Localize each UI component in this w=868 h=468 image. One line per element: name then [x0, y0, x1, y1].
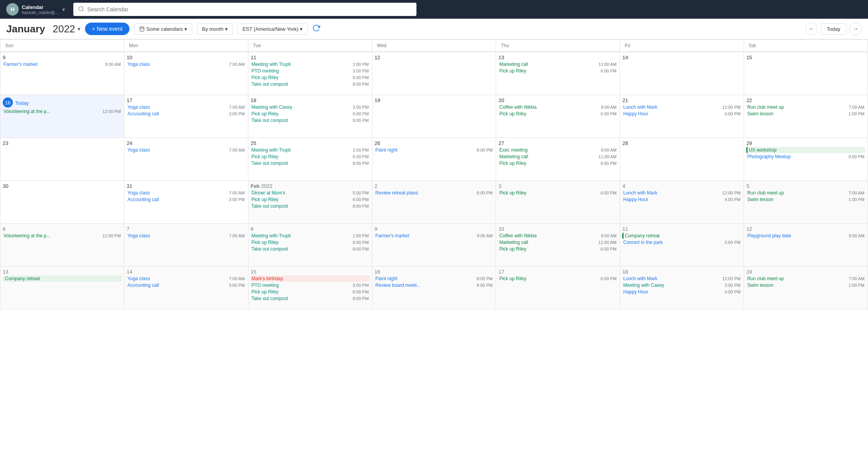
cal-cell[interactable]: 28 — [620, 138, 744, 181]
cal-cell[interactable]: 2Review retreat plans8:00 PM — [372, 181, 496, 224]
cal-cell[interactable]: 15 — [744, 52, 868, 95]
cal-cell[interactable]: 7Yoga class7:00 AM — [124, 224, 248, 267]
calendar-event[interactable]: Lunch with Mark12:00 PM — [622, 276, 741, 282]
cal-cell[interactable]: 9Farmer's market9:00 AM — [0, 52, 124, 95]
calendar-event[interactable]: Run club meet up7:00 AM — [746, 276, 865, 282]
cal-cell[interactable]: 18Lunch with Mark12:00 PMMeeting with Ca… — [620, 267, 744, 309]
cal-cell[interactable]: 5Run club meet up7:00 AMSwim lesson1:00 … — [744, 181, 868, 224]
cal-cell[interactable]: 19 — [372, 95, 496, 138]
next-month-button[interactable]: → — [849, 23, 862, 35]
cal-cell[interactable]: 17Yoga class7:00 AMAccounting call3:00 P… — [124, 95, 248, 138]
user-profile[interactable]: H Calendar hannah_martin@... ▾ — [6, 3, 69, 16]
cal-cell[interactable]: 10Yoga class7:00 AM — [124, 52, 248, 95]
calendar-event[interactable]: Dinner at Mom's5:00 PM — [251, 190, 370, 196]
calendar-event[interactable]: Exec meeting9:00 AM — [498, 147, 617, 153]
calendar-event[interactable]: Yoga class7:00 AM — [127, 233, 246, 239]
calendar-event[interactable]: Meeting with Trupti1:00 PM — [251, 147, 370, 153]
calendar-event[interactable]: Marketing call11:00 AM — [498, 61, 617, 67]
calendar-event[interactable]: Coffee with Nikkia9:00 AM — [498, 104, 617, 110]
calendar-event[interactable]: Meeting with Casey3:00 PM — [251, 104, 370, 110]
calendar-event[interactable]: Volunteering at the p...12:00 PM — [3, 108, 122, 115]
cal-cell[interactable]: 3Pick up Riley6:00 PM — [496, 181, 620, 224]
calendar-event[interactable]: Accounting call3:00 PM — [127, 111, 246, 117]
new-event-button[interactable]: + New event — [85, 23, 129, 35]
search-bar[interactable] — [73, 3, 416, 16]
calendar-event[interactable]: Farmer's market9:00 AM — [375, 233, 494, 239]
calendar-event[interactable]: Accounting call3:00 PM — [127, 196, 246, 203]
cal-cell[interactable]: 21Lunch with Mark12:00 PMHappy Hour4:00 … — [620, 95, 744, 138]
calendar-event[interactable]: Review retreat plans8:00 PM — [375, 190, 494, 196]
cal-cell[interactable]: 27Exec meeting9:00 AMMarketing call11:00… — [496, 138, 620, 181]
calendar-event[interactable]: Pick up Riley6:00 PM — [251, 154, 370, 160]
cal-cell[interactable]: 11Company retreatConcert in the park5:00… — [620, 224, 744, 267]
cal-cell[interactable]: 29UX workshopPhotography Meetup9:00 PM — [744, 138, 868, 181]
calendar-event[interactable]: Lunch with Mark12:00 PM — [622, 190, 741, 196]
calendar-event[interactable]: Company retreat — [3, 276, 122, 282]
some-calendars-button[interactable]: Some calendars ▾ — [134, 23, 192, 35]
cal-cell[interactable]: 14Yoga class7:00 AMAccounting call3:00 P… — [124, 267, 248, 309]
cal-cell[interactable]: 6Volunteering at the p...12:00 PM — [0, 224, 124, 267]
cal-cell[interactable]: 31Yoga class7:00 AMAccounting call3:00 P… — [124, 181, 248, 224]
calendar-event[interactable]: Swim lesson1:00 PM — [746, 282, 865, 288]
calendar-event[interactable]: Take out compost8:00 PM — [251, 160, 370, 166]
calendar-event[interactable]: Happy Hour4:00 PM — [622, 111, 741, 117]
calendar-event[interactable]: Happy Hour4:00 PM — [622, 196, 741, 203]
cal-cell[interactable]: 15Mark's birthdayPTO meeting3:00 PMPick … — [248, 267, 372, 309]
calendar-event[interactable]: Take out compost8:00 PM — [251, 117, 370, 124]
cal-cell[interactable]: 14 — [620, 52, 744, 95]
calendar-event[interactable]: Happy Hour4:00 PM — [622, 289, 741, 295]
calendar-event[interactable]: PTO meeting3:00 PM — [251, 282, 370, 288]
calendar-event[interactable]: Volunteering at the p...12:00 PM — [3, 233, 122, 239]
calendar-event[interactable]: Take out compost8:00 PM — [251, 203, 370, 209]
calendar-event[interactable]: Marketing call11:00 AM — [498, 154, 617, 160]
calendar-event[interactable]: Marketing call11:00 AM — [498, 239, 617, 245]
calendar-event[interactable]: Take out compost8:00 PM — [251, 246, 370, 252]
calendar-event[interactable]: Pick up Riley6:00 PM — [251, 74, 370, 81]
cal-cell[interactable]: 17Pick up Riley6:00 PM — [496, 267, 620, 309]
calendar-event[interactable]: Playground play date9:00 AM — [746, 233, 865, 239]
calendar-event[interactable]: Run club meet up7:00 AM — [746, 104, 865, 110]
calendar-event[interactable]: Pick up Riley6:00 PM — [251, 196, 370, 203]
cal-cell[interactable]: 13Marketing call11:00 AMPick up Riley6:0… — [496, 52, 620, 95]
calendar-event[interactable]: Run club meet up7:00 AM — [746, 190, 865, 196]
calendar-event[interactable]: Yoga class7:00 AM — [127, 61, 246, 67]
calendar-event[interactable]: Pick up Riley6:00 PM — [251, 239, 370, 245]
by-month-button[interactable]: By month ▾ — [197, 23, 233, 35]
calendar-event[interactable]: Paint night8:00 PM — [375, 276, 494, 282]
cal-cell[interactable]: Feb 2022Dinner at Mom's5:00 PMPick up Ri… — [248, 181, 372, 224]
cal-cell[interactable]: 8Meeting with Trupti1:00 PMPick up Riley… — [248, 224, 372, 267]
calendar-event[interactable]: Yoga class7:00 AM — [127, 104, 246, 110]
calendar-event[interactable]: Pick up Riley6:00 PM — [498, 68, 617, 74]
calendar-event[interactable]: Pick up Riley6:00 PM — [251, 111, 370, 117]
calendar-event[interactable]: Review board meeti...8:00 PM — [375, 282, 494, 288]
calendar-event[interactable]: Lunch with Mark12:00 PM — [622, 104, 741, 110]
calendar-event[interactable]: Yoga class7:00 AM — [127, 276, 246, 282]
calendar-event[interactable]: Accounting call3:00 PM — [127, 282, 246, 288]
cal-cell[interactable]: 19Run club meet up7:00 AMSwim lesson1:00… — [744, 267, 868, 309]
calendar-event[interactable]: Concert in the park5:00 PM — [622, 239, 741, 245]
cal-cell[interactable]: 9Farmer's market9:00 AM — [372, 224, 496, 267]
cal-cell[interactable]: 16Paint night8:00 PMReview board meeti..… — [372, 267, 496, 309]
calendar-event[interactable]: Pick up Riley6:00 PM — [498, 111, 617, 117]
calendar-event[interactable]: Take out compost8:00 PM — [251, 81, 370, 87]
calendar-event[interactable]: Pick up Riley6:00 PM — [498, 190, 617, 196]
refresh-icon[interactable] — [312, 24, 320, 34]
cal-cell[interactable]: 16TodayVolunteering at the p...12:00 PM — [0, 95, 124, 138]
calendar-event[interactable]: Pick up Riley6:00 PM — [498, 246, 617, 252]
calendar-event[interactable]: Swim lesson1:00 PM — [746, 196, 865, 203]
cal-cell[interactable]: 12 — [372, 52, 496, 95]
calendar-event[interactable]: Photography Meetup9:00 PM — [746, 154, 865, 160]
calendar-event[interactable]: Mark's birthday — [251, 276, 370, 282]
timezone-button[interactable]: EST (America/New York) ▾ — [237, 23, 308, 35]
cal-cell[interactable]: 18Meeting with Casey3:00 PMPick up Riley… — [248, 95, 372, 138]
calendar-event[interactable]: Take out compost8:00 PM — [251, 295, 370, 302]
calendar-event[interactable]: UX workshop — [746, 147, 865, 153]
today-button[interactable]: Today — [821, 23, 846, 35]
calendar-event[interactable]: Farmer's market9:00 AM — [3, 61, 122, 67]
calendar-event[interactable]: Pick up Riley6:00 PM — [251, 289, 370, 295]
calendar-event[interactable]: Pick up Riley6:00 PM — [498, 160, 617, 166]
calendar-event[interactable]: Meeting with Trupti1:00 PM — [251, 233, 370, 239]
calendar-event[interactable]: Meeting with Casey3:00 PM — [622, 282, 741, 288]
calendar-event[interactable]: Yoga class7:00 AM — [127, 147, 246, 153]
month-chevron-icon[interactable]: ▾ — [78, 26, 80, 32]
